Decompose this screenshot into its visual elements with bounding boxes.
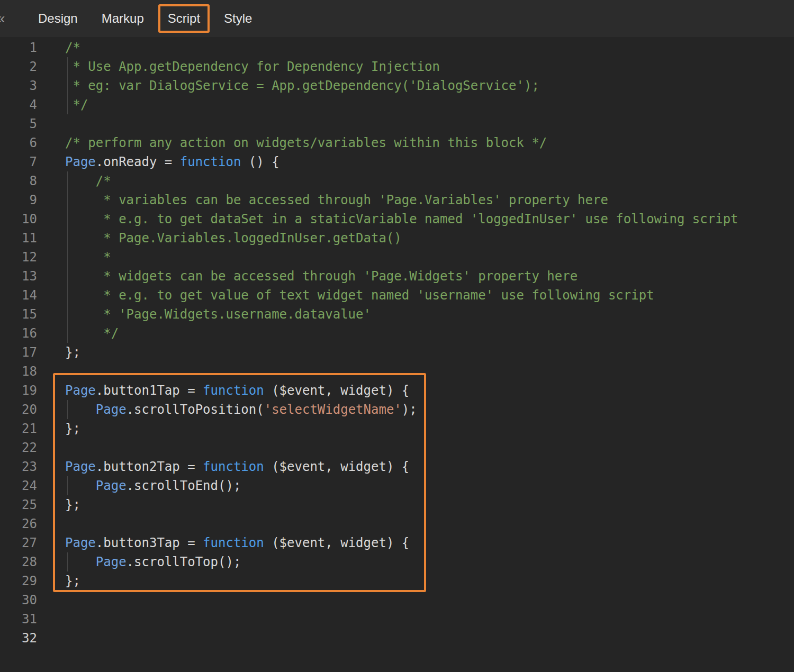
code-line[interactable]: 28 Page.scrollToTop(); (0, 552, 794, 571)
code-text: /* perform any action on widgets/variabl… (48, 133, 794, 152)
code-line[interactable]: 2 * Use App.getDependency for Dependency… (0, 57, 794, 76)
line-number: 30 (0, 591, 48, 610)
indent-guide (67, 95, 68, 114)
line-number: 17 (0, 343, 48, 362)
code-token: .scrollToEnd(); (127, 478, 241, 493)
tab-list: DesignMarkupScriptStyle (0, 4, 252, 33)
code-text: * e.g. to get dataSet in a staticVariabl… (48, 210, 794, 229)
code-token: Page (65, 383, 96, 398)
code-line[interactable]: 3 * eg: var DialogService = App.getDepen… (0, 76, 794, 95)
code-line[interactable]: 17}; (0, 343, 794, 362)
code-text: Page.button2Tap = function ($event, widg… (48, 457, 794, 476)
code-text: Page.scrollToPosition('selectWidgetName'… (48, 400, 794, 419)
code-text: Page.button3Tap = function ($event, widg… (48, 533, 794, 552)
code-line[interactable]: 22 (0, 438, 794, 457)
code-line[interactable]: 24 Page.scrollToEnd(); (0, 476, 794, 495)
code-text: }; (48, 571, 794, 591)
code-line[interactable]: 21}; (0, 419, 794, 438)
line-number: 8 (0, 171, 48, 190)
code-line[interactable]: 31 (0, 610, 794, 629)
code-text: }; (48, 419, 794, 438)
code-line[interactable]: 30 (0, 591, 794, 610)
code-line[interactable]: 5 (0, 114, 794, 133)
tab-script[interactable]: Script (158, 4, 210, 33)
code-line[interactable]: 25}; (0, 495, 794, 514)
indent-guide (67, 400, 68, 419)
code-text (48, 514, 794, 533)
tab-design[interactable]: Design (38, 12, 78, 25)
code-line[interactable]: 12 * (0, 248, 794, 267)
code-token: () { (241, 155, 279, 169)
code-line[interactable]: 23Page.button2Tap = function ($event, wi… (0, 457, 794, 476)
tab-style[interactable]: Style (224, 12, 252, 25)
indent-guide (67, 248, 68, 267)
indent-guide (67, 267, 68, 286)
line-number: 6 (0, 133, 48, 152)
code-line[interactable]: 27Page.button3Tap = function ($event, wi… (0, 533, 794, 552)
code-line[interactable]: 13 * widgets can be accessed through 'Pa… (0, 267, 794, 286)
code-text: /* (48, 38, 794, 57)
code-line[interactable]: 15 * 'Page.Widgets.username.datavalue' (0, 305, 794, 324)
code-token: Page (65, 459, 96, 474)
code-token (65, 555, 96, 569)
indent-guide (67, 476, 68, 495)
code-line[interactable]: 14 * e.g. to get value of text widget na… (0, 286, 794, 305)
code-line[interactable]: 26 (0, 514, 794, 533)
code-line[interactable]: 1/* (0, 38, 794, 57)
code-line[interactable]: 8 /* (0, 171, 794, 190)
line-number: 1 (0, 38, 48, 57)
code-token: }; (65, 574, 80, 588)
code-token: */ (65, 97, 88, 112)
code-token: }; (65, 421, 80, 436)
line-number: 28 (0, 552, 48, 571)
collapse-panel-icon[interactable]: « (0, 11, 5, 26)
code-token: /* perform any action on widgets/variabl… (65, 135, 547, 150)
indent-guide (67, 57, 68, 76)
indent-guide (67, 286, 68, 305)
code-token: ($event, widget) { (264, 535, 410, 550)
code-text (48, 610, 794, 629)
code-text: Page.button1Tap = function ($event, widg… (48, 381, 794, 400)
code-line[interactable]: 6/* perform any action on widgets/variab… (0, 133, 794, 152)
line-number: 26 (0, 514, 48, 533)
code-token: Page (65, 535, 96, 550)
line-number: 16 (0, 324, 48, 343)
line-number: 12 (0, 248, 48, 267)
code-line[interactable]: 18 (0, 362, 794, 381)
code-text: * variables can be accessed through 'Pag… (48, 190, 794, 210)
line-number: 4 (0, 95, 48, 114)
code-line[interactable]: 10 * e.g. to get dataSet in a staticVari… (0, 210, 794, 229)
code-line[interactable]: 9 * variables can be accessed through 'P… (0, 190, 794, 210)
code-token: ($event, widget) { (264, 459, 410, 474)
code-line[interactable]: 20 Page.scrollToPosition('selectWidgetNa… (0, 400, 794, 419)
code-text: }; (48, 343, 794, 362)
code-text: Page.scrollToEnd(); (48, 476, 794, 495)
code-text: Page.scrollToTop(); (48, 552, 794, 571)
indent-guide (67, 76, 68, 95)
code-text: /* (48, 171, 794, 190)
code-token: ); (402, 402, 417, 417)
line-number: 2 (0, 57, 48, 76)
code-token: function (180, 155, 241, 169)
code-line[interactable]: 29}; (0, 571, 794, 591)
code-line[interactable]: 4 */ (0, 95, 794, 114)
code-text: * widgets can be accessed through 'Page.… (48, 267, 794, 286)
code-text (48, 629, 794, 648)
indent-guide (67, 552, 68, 571)
code-token: * Use App.getDependency for Dependency I… (65, 59, 440, 74)
line-number: 15 (0, 305, 48, 324)
code-line[interactable]: 19Page.button1Tap = function ($event, wi… (0, 381, 794, 400)
line-number: 20 (0, 400, 48, 419)
code-token: * 'Page.Widgets.username.datavalue' (65, 307, 371, 322)
tab-markup[interactable]: Markup (102, 12, 144, 25)
code-line[interactable]: 32 (0, 629, 794, 648)
code-line[interactable]: 11 * Page.Variables.loggedInUser.getData… (0, 229, 794, 248)
code-line[interactable]: 7Page.onReady = function () { (0, 152, 794, 171)
indent-guide (67, 305, 68, 324)
code-text: */ (48, 324, 794, 343)
code-token: Page (96, 478, 127, 493)
code-token: */ (65, 326, 119, 341)
code-line[interactable]: 16 */ (0, 324, 794, 343)
script-code-editor[interactable]: 1/*2 * Use App.getDependency for Depende… (0, 37, 794, 672)
code-text: */ (48, 95, 794, 114)
